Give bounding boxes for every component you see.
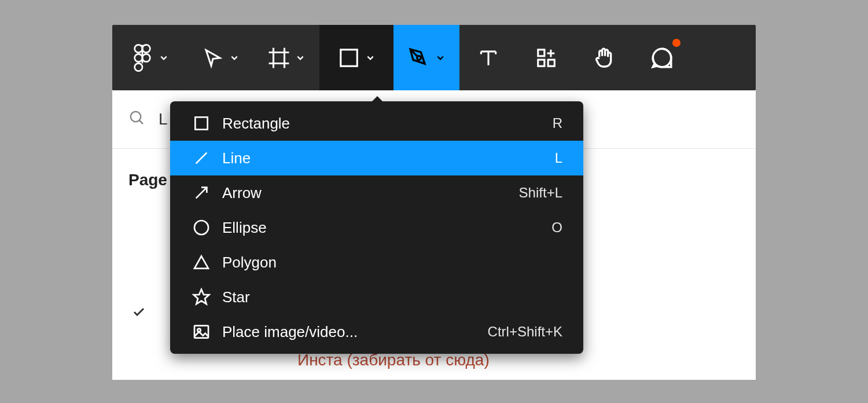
dropdown-arrow: [370, 96, 384, 103]
svg-line-26: [196, 188, 207, 199]
shape-dropdown-menu: Rectangle R Line L Arrow Shift+L Ellipse…: [170, 101, 583, 354]
search-icon: [128, 109, 146, 129]
text-icon: [476, 45, 501, 71]
hand-icon: [591, 45, 617, 71]
menu-shortcut: O: [551, 219, 562, 236]
menu-item-arrow[interactable]: Arrow Shift+L: [170, 175, 583, 210]
menu-item-ellipse[interactable]: Ellipse O: [170, 210, 583, 245]
line-icon: [190, 146, 213, 170]
star-icon: [190, 285, 213, 309]
frame-icon: [266, 45, 292, 71]
menu-item-place-image[interactable]: Place image/video... Ctrl+Shift+K: [170, 314, 583, 349]
chevron-down-icon: [364, 45, 377, 71]
search-text: L: [159, 110, 168, 129]
svg-rect-21: [548, 60, 554, 66]
menu-item-star[interactable]: Star: [170, 280, 583, 314]
menu-label: Rectangle: [222, 115, 553, 133]
menu-label: Ellipse: [222, 219, 551, 237]
menu-label: Star: [222, 288, 562, 306]
menu-item-line[interactable]: Line L: [170, 141, 583, 175]
chevron-down-icon: [294, 45, 307, 71]
menu-label: Polygon: [222, 254, 562, 272]
chevron-down-icon: [157, 45, 170, 71]
text-tool-button[interactable]: [459, 25, 517, 90]
svg-marker-28: [194, 256, 208, 268]
chevron-down-icon: [228, 45, 241, 71]
svg-marker-29: [194, 290, 209, 304]
rectangle-icon: [190, 112, 213, 135]
svg-rect-24: [195, 117, 207, 129]
svg-rect-20: [538, 60, 545, 66]
svg-point-5: [142, 54, 150, 61]
resources-icon: [534, 45, 559, 71]
svg-point-3: [142, 45, 150, 52]
menu-shortcut: R: [553, 115, 562, 131]
menu-shortcut: Ctrl+Shift+K: [488, 324, 562, 340]
hand-tool-button[interactable]: [575, 25, 633, 90]
svg-point-6: [135, 63, 142, 71]
svg-point-2: [135, 45, 142, 52]
polygon-icon: [190, 251, 213, 274]
menu-item-polygon[interactable]: Polygon: [170, 245, 583, 280]
rectangle-icon: [336, 45, 362, 71]
svg-point-27: [194, 221, 208, 235]
comment-tool-button[interactable]: [633, 25, 691, 90]
menu-label: Place image/video...: [222, 323, 488, 341]
pen-tool-button[interactable]: [393, 25, 459, 90]
menu-label: Line: [222, 149, 555, 167]
figma-icon: [130, 45, 155, 71]
menu-shortcut: Shift+L: [519, 185, 562, 201]
image-icon: [190, 320, 213, 343]
move-tool-button[interactable]: [187, 25, 253, 90]
pen-icon: [406, 45, 432, 71]
cursor-icon: [200, 45, 226, 71]
figma-menu-button[interactable]: [112, 25, 187, 90]
menu-label: Arrow: [222, 184, 519, 202]
ellipse-icon: [190, 216, 213, 239]
toolbar: [112, 25, 756, 90]
svg-line-1: [139, 120, 143, 124]
menu-item-rectangle[interactable]: Rectangle R: [170, 106, 583, 141]
comment-icon: [649, 45, 675, 71]
check-icon: [132, 305, 146, 321]
svg-point-14: [417, 56, 421, 60]
svg-line-25: [196, 153, 207, 164]
arrow-icon: [190, 181, 213, 204]
svg-point-4: [135, 54, 142, 61]
svg-rect-19: [538, 49, 545, 56]
svg-rect-12: [341, 49, 358, 66]
menu-shortcut: L: [555, 150, 562, 166]
svg-rect-30: [194, 325, 208, 338]
shape-tool-button[interactable]: [319, 25, 393, 90]
svg-point-0: [131, 112, 141, 122]
notification-badge: [672, 39, 681, 47]
frame-tool-button[interactable]: [253, 25, 319, 90]
resources-tool-button[interactable]: [517, 25, 575, 90]
chevron-down-icon: [434, 45, 447, 71]
